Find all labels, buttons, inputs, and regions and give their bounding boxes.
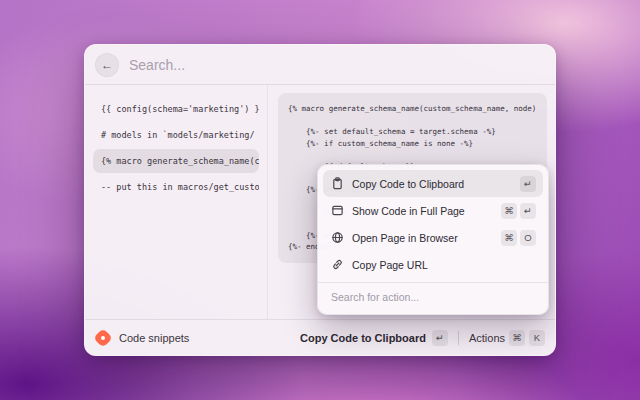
enter-keycap: ↵	[432, 330, 448, 346]
list-item[interactable]: {{ config(schema='marketing') }} sel...	[93, 97, 259, 121]
action-item-show-full-page[interactable]: Show Code in Full Page ⌘ ↵	[323, 197, 543, 224]
action-item-open-browser[interactable]: Open Page in Browser ⌘ O	[323, 224, 543, 251]
action-search-input[interactable]	[323, 283, 543, 309]
enter-keycap: ↵	[520, 203, 536, 219]
action-label: Open Page in Browser	[352, 232, 458, 244]
snippet-list: {{ config(schema='marketing') }} sel... …	[85, 85, 267, 319]
search-input[interactable]	[129, 57, 545, 73]
primary-action-label: Copy Code to Clipboard	[300, 332, 426, 344]
clipboard-icon	[330, 177, 344, 191]
list-item-label: # models in `models/marketing/ will...	[101, 130, 259, 140]
action-label: Copy Code to Clipboard	[352, 178, 464, 190]
globe-icon	[330, 231, 344, 245]
link-icon	[330, 258, 344, 272]
list-item-selected[interactable]: {% macro generate_schema_name(c...	[93, 149, 259, 173]
footer-divider	[458, 331, 459, 345]
list-item[interactable]: -- put this in macros/get_custom_sc...	[93, 175, 259, 199]
cmd-keycap: ⌘	[509, 330, 525, 346]
action-label: Copy Page URL	[352, 259, 428, 271]
primary-action-button[interactable]: Copy Code to Clipboard ↵	[300, 330, 448, 346]
back-icon: ←	[101, 58, 113, 72]
list-item-label: {% macro generate_schema_name(c...	[101, 156, 259, 166]
action-item-copy-url[interactable]: Copy Page URL	[323, 251, 543, 278]
actions-label: Actions	[469, 332, 505, 344]
actions-menu-button[interactable]: Actions ⌘ K	[469, 330, 545, 346]
list-item-label: {{ config(schema='marketing') }} sel...	[101, 104, 259, 114]
back-button[interactable]: ←	[95, 53, 119, 77]
enter-keycap: ↵	[520, 176, 536, 192]
action-label: Show Code in Full Page	[352, 205, 465, 217]
action-item-copy-code[interactable]: Copy Code to Clipboard ↵	[323, 170, 543, 197]
k-keycap: K	[529, 330, 545, 346]
cmd-keycap: ⌘	[501, 203, 517, 219]
search-header: ←	[85, 45, 555, 85]
dbt-app-icon	[95, 330, 111, 346]
cmd-keycap: ⌘	[501, 230, 517, 246]
actions-panel: Copy Code to Clipboard ↵ Show Code in Fu…	[317, 164, 549, 315]
window-body: {{ config(schema='marketing') }} sel... …	[85, 85, 555, 319]
list-item[interactable]: # models in `models/marketing/ will...	[93, 123, 259, 147]
status-bar: Code snippets Copy Code to Clipboard ↵ A…	[85, 319, 555, 355]
window-icon	[330, 204, 344, 218]
list-item-label: -- put this in macros/get_custom_sc...	[101, 182, 259, 192]
o-keycap: O	[520, 230, 536, 246]
app-name: Code snippets	[119, 332, 189, 344]
launcher-window: ← {{ config(schema='marketing') }} sel..…	[84, 44, 556, 356]
